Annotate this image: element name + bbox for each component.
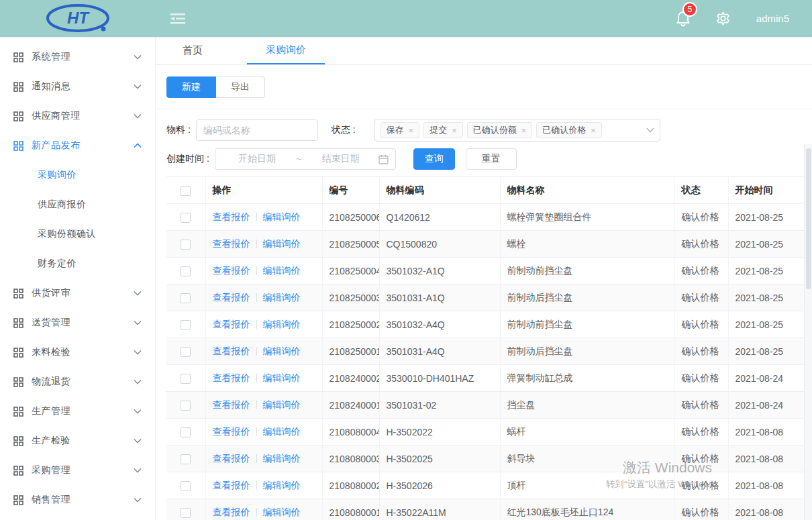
sidebar-item-label: 系统管理 [32,51,134,63]
view-quote-link[interactable]: 查看报价 [213,346,250,356]
select-all-checkbox[interactable] [181,186,191,196]
search-button[interactable]: 查询 [413,148,455,170]
row-checkbox[interactable] [181,240,191,250]
view-quote-link[interactable]: 查看报价 [213,265,250,276]
tag-close-icon[interactable]: × [452,126,457,135]
view-quote-link[interactable]: 查看报价 [213,480,250,490]
grid-icon [13,289,23,299]
edit-inquiry-link[interactable]: 编辑询价 [263,238,301,249]
grid-icon [13,348,23,358]
tag-close-icon[interactable]: × [521,126,527,135]
edit-inquiry-link[interactable]: 编辑询价 [263,211,301,222]
view-quote-link[interactable]: 查看报价 [213,453,250,464]
tab-active[interactable]: 采购询价 [247,37,325,64]
view-quote-link[interactable]: 查看报价 [213,426,250,437]
view-quote-link[interactable]: 查看报价 [213,211,250,222]
reset-button[interactable]: 重置 [466,148,517,170]
settings-gear-icon[interactable] [715,11,731,26]
edit-inquiry-link[interactable]: 编辑询价 [263,507,301,517]
view-quote-link[interactable]: 查看报价 [213,507,250,517]
edit-inquiry-link[interactable]: 编辑询价 [263,480,301,490]
grid-icon [13,141,23,151]
sidebar-item[interactable]: 通知消息 [0,72,155,101]
end-date-placeholder[interactable]: 结束日期 [305,153,375,165]
edit-inquiry-link[interactable]: 编辑询价 [263,265,301,276]
row-checkbox[interactable] [181,266,191,276]
tab-item[interactable]: 首页 [173,37,212,64]
sidebar-item[interactable]: 送货管理 [0,308,155,337]
sidebar-item[interactable]: 供货评审 [0,278,155,308]
view-quote-link[interactable]: 查看报价 [213,399,250,410]
view-quote-link[interactable]: 查看报价 [213,238,250,249]
cell-material-code: H-3502025 [379,446,500,472]
link-divider [256,454,257,463]
row-checkbox[interactable] [181,293,191,303]
chevron-down-icon [134,113,142,119]
sidebar-collapse-icon[interactable] [170,12,185,25]
edit-inquiry-link[interactable]: 编辑询价 [263,319,301,329]
cell-start-time: 2021-08-25 [728,204,812,231]
status-label: 状态 : [332,124,356,136]
sidebar-item[interactable]: 系统管理 [0,42,155,72]
status-select[interactable]: 保存×提交×已确认份额×已确认价格× [374,119,660,142]
row-checkbox[interactable] [181,508,191,518]
new-button[interactable]: 新建 [166,76,216,98]
cell-start-time: 2021-08-08 [728,419,812,446]
sidebar-item-label: 供货评审 [32,287,134,299]
notification-badge: 5 [682,2,697,17]
sidebar-subitem[interactable]: 采购份额确认 [0,219,155,249]
edit-inquiry-link[interactable]: 编辑询价 [263,372,301,383]
sidebar-item[interactable]: 来料检验 [0,337,155,367]
app-header: HT 5 admin5 [0,0,812,37]
chevron-down-icon[interactable] [646,127,654,133]
grid-icon [13,52,23,62]
tag-close-icon[interactable]: × [409,126,414,135]
sidebar-item[interactable]: 采购管理 [0,456,155,485]
row-checkbox[interactable] [181,481,191,491]
view-quote-link[interactable]: 查看报价 [213,292,250,303]
edit-inquiry-link[interactable]: 编辑询价 [263,346,301,356]
row-checkbox[interactable] [181,347,191,357]
table-row: 查看报价编辑询价 2108080001 H-35022A11M 红光130底板毛… [166,499,812,520]
username[interactable]: admin5 [756,13,789,24]
col-number: 编号 [322,177,379,204]
view-quote-link[interactable]: 查看报价 [213,372,250,383]
sidebar-item[interactable]: 物流退货 [0,367,155,397]
material-input[interactable] [196,119,318,141]
export-button[interactable]: 导出 [216,76,265,98]
edit-inquiry-link[interactable]: 编辑询价 [263,292,301,303]
link-divider [256,374,257,382]
notification-bell-icon[interactable]: 5 [676,11,690,27]
cell-start-time: 2021-08-08 [728,446,812,472]
sidebar-subitem[interactable]: 供应商报价 [0,190,155,219]
status-tag: 已确认份额× [467,122,533,138]
sidebar-item[interactable]: 生产管理 [0,397,155,426]
sidebar-item[interactable]: 新产品发布 [0,131,155,160]
cell-start-time: 2021-08-25 [728,311,812,338]
tag-close-icon[interactable]: × [591,126,596,135]
sidebar-item-label: 销售管理 [32,494,134,506]
row-checkbox[interactable] [181,427,191,437]
sidebar-item[interactable]: 生产检验 [0,426,155,456]
edit-inquiry-link[interactable]: 编辑询价 [263,399,301,410]
sidebar-subitem[interactable]: 财务定价 [0,249,155,278]
sidebar-subitem[interactable]: 采购询价 [0,160,155,190]
edit-inquiry-link[interactable]: 编辑询价 [263,426,301,437]
view-quote-link[interactable]: 查看报价 [213,319,250,329]
table-row: 查看报价编辑询价 2108080004 H-3502022 蜗杆 确认价格 20… [166,419,812,446]
row-checkbox[interactable] [181,213,191,223]
cell-material-name: 弹簧制动缸总成 [500,365,674,392]
date-range-picker[interactable]: 开始日期 ~ 结束日期 [215,148,396,170]
sidebar-item[interactable]: 供应商管理 [0,101,155,131]
scrollbar-thumb[interactable] [806,148,811,289]
row-checkbox[interactable] [181,401,191,411]
start-date-placeholder[interactable]: 开始日期 [222,153,292,165]
vertical-scrollbar[interactable] [804,144,812,520]
table-row: 查看报价编辑询价 2108240001 3501031-02 挡尘盘 确认价格 … [166,392,812,419]
cell-status: 确认价格 [674,284,728,311]
row-checkbox[interactable] [181,374,191,384]
sidebar-item[interactable]: 销售管理 [0,485,155,515]
row-checkbox[interactable] [181,320,191,330]
edit-inquiry-link[interactable]: 编辑询价 [263,453,301,464]
row-checkbox[interactable] [181,454,191,464]
